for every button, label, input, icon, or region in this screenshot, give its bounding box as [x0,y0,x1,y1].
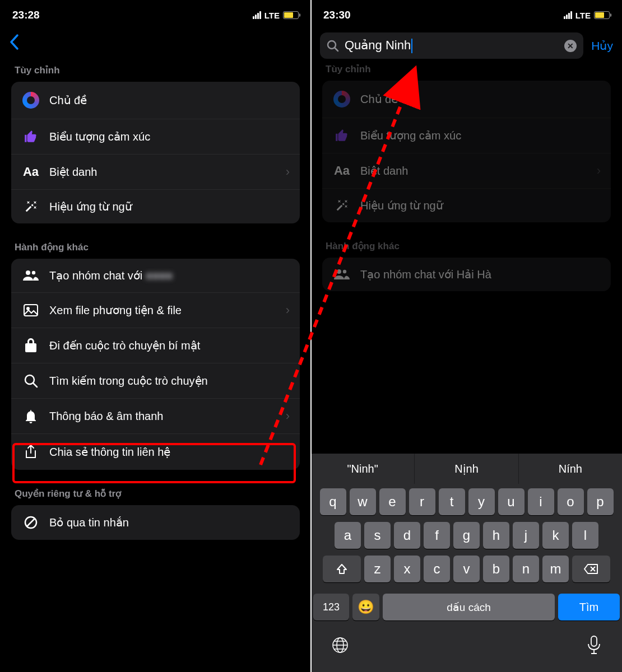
theme-label: Chủ đề [360,92,601,106]
emoji-label: Biểu tượng cảm xúc [49,130,290,143]
theme-label: Chủ đề [49,94,290,107]
globe-key[interactable] [331,636,349,656]
nickname-row[interactable]: Aa Biệt danh › [322,153,611,189]
key-l[interactable]: l [572,522,598,549]
thumb-icon [21,129,40,144]
search-conv-row[interactable]: Tìm kiếm trong cuộc trò chuyện [11,363,300,399]
mic-key[interactable] [586,635,602,657]
status-indicators: LTE [564,11,610,20]
key-x[interactable]: x [394,556,420,582]
image-icon [21,304,40,316]
emoji-row[interactable]: Biểu tượng cảm xúc [11,119,300,155]
key-a[interactable]: a [335,522,361,549]
nickname-label: Biệt danh [360,164,597,178]
word-effects-row[interactable]: Hiệu ứng từ ngữ [322,189,611,222]
shift-key[interactable] [323,556,361,582]
search-value: Quảng Ninh [345,38,412,53]
create-group-row[interactable]: Tạo nhóm chat với Hải Hà [322,258,611,291]
key-k[interactable]: k [542,522,569,549]
space-key[interactable]: dấu cách [383,594,555,620]
wand-icon [332,199,351,212]
key-d[interactable]: d [394,522,420,549]
key-q[interactable]: q [320,488,346,515]
notifications-label: Thông báo & âm thanh [49,410,286,423]
nickname-row[interactable]: Aa Biệt danh › [11,155,300,190]
battery-icon [594,11,610,19]
svg-point-0 [26,270,30,275]
signal-icon [564,11,572,19]
notifications-row[interactable]: Thông báo & âm thanh › [11,399,300,434]
emoji-row[interactable]: Biểu tượng cảm xúc [322,118,611,153]
key-y[interactable]: y [468,488,495,515]
emoji-key[interactable]: 😀 [352,594,379,620]
keyboard-row-3: zxcvbnm [313,556,620,582]
ignore-label: Bỏ qua tin nhắn [49,516,290,529]
nickname-label: Biệt danh [49,165,286,179]
key-w[interactable]: w [350,488,376,515]
ignore-row[interactable]: Bỏ qua tin nhắn [11,505,300,540]
theme-icon [21,92,40,109]
section-header-customize: Tùy chỉnh [311,63,622,81]
theme-row[interactable]: Chủ đề [322,81,611,118]
create-group-row[interactable]: Tạo nhóm chat với ■■■■ [11,259,300,293]
key-u[interactable]: u [498,488,524,515]
key-i[interactable]: i [528,488,554,515]
key-n[interactable]: n [513,556,539,582]
wand-icon [21,200,40,213]
key-p[interactable]: p [587,488,614,515]
view-media-row[interactable]: Xem file phương tiện & file › [11,293,300,328]
key-v[interactable]: v [453,556,480,582]
secret-row[interactable]: Đi đến cuộc trò chuyện bí mật [11,328,300,363]
more-actions-section: Tạo nhóm chat với ■■■■ Xem file phương t… [11,259,300,470]
cancel-button[interactable]: Hủy [591,39,613,53]
suggestion-3[interactable]: Nính [519,454,622,484]
key-e[interactable]: e [379,488,406,515]
chevron-right-icon: › [597,164,601,178]
suggestion-1[interactable]: "Ninh" [311,454,415,484]
lock-icon [21,338,40,353]
word-effects-label: Hiệu ứng từ ngữ [49,200,290,213]
more-actions-section: Tạo nhóm chat với Hải Hà [322,258,611,291]
keyboard-row-1: qwertyuiop [313,488,620,515]
section-header-privacy: Quyền riêng tư & hỗ trợ [0,488,311,505]
keyboard-toolbar [311,627,622,672]
key-o[interactable]: o [558,488,584,515]
network-label: LTE [575,11,591,20]
key-m[interactable]: m [542,556,569,582]
key-z[interactable]: z [364,556,391,582]
theme-row[interactable]: Chủ đề [11,82,300,119]
status-bar: 23:28 LTE [0,0,311,28]
search-icon [327,40,339,52]
back-button[interactable] [9,33,19,54]
backspace-key[interactable] [572,556,610,582]
key-r[interactable]: r [409,488,435,515]
highlight-annotation [12,443,296,483]
key-b[interactable]: b [483,556,509,582]
secret-label: Đi đến cuộc trò chuyện bí mật [49,339,290,352]
aa-icon: Aa [332,164,351,178]
key-f[interactable]: f [424,522,450,549]
key-j[interactable]: j [513,522,539,549]
key-c[interactable]: c [424,556,450,582]
word-effects-row[interactable]: Hiệu ứng từ ngữ [11,190,300,223]
create-group-label: Tạo nhóm chat với ■■■■ [49,269,290,282]
numeric-key[interactable]: 123 [313,594,349,620]
suggestion-2[interactable]: Nịnh [415,454,518,484]
section-header-more: Hành động khác [0,241,311,259]
clear-button[interactable]: ✕ [564,40,577,52]
right-phone: 23:30 LTE Quảng Ninh ✕ Hủy Tùy chỉnh Chủ… [311,0,622,672]
key-s[interactable]: s [364,522,391,549]
svg-rect-11 [591,636,597,646]
status-indicators: LTE [253,11,299,20]
search-input-container[interactable]: Quảng Ninh ✕ [320,32,583,59]
key-t[interactable]: t [439,488,465,515]
keyboard-row-2: asdfghjkl [313,522,620,549]
key-h[interactable]: h [483,522,509,549]
status-time: 23:30 [323,9,351,21]
key-g[interactable]: g [453,522,480,549]
chevron-right-icon: › [286,165,290,179]
svg-point-1 [32,271,35,274]
thumb-icon [332,128,351,143]
search-conv-label: Tìm kiếm trong cuộc trò chuyện [49,374,290,388]
return-key[interactable]: Tìm [558,594,620,620]
